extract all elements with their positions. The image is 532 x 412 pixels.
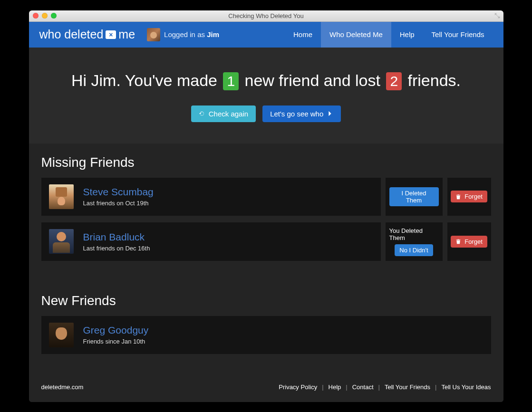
friend-forget-box: Forget <box>447 222 491 261</box>
friend-forget-box: Forget <box>447 178 491 216</box>
no-i-didnt-button[interactable]: No I Didn't <box>395 244 433 256</box>
forget-button[interactable]: Forget <box>451 191 487 202</box>
friend-name-link[interactable]: Steve Scumbag <box>83 186 154 198</box>
brand-text-1: who deleted <box>39 28 104 41</box>
friend-card: Steve Scumbag Last friends on Oct 19th <box>41 178 381 216</box>
friend-name-link[interactable]: Greg Goodguy <box>83 325 149 336</box>
login-text: Logged in as Jim <box>164 30 219 38</box>
deletion-status-text: You Deleted Them <box>389 227 439 241</box>
nav-help[interactable]: Help <box>391 22 423 48</box>
login-status: Logged in as Jim <box>147 28 219 41</box>
friend-card: Greg Goodguy Friends since Jan 10th <box>41 316 491 354</box>
hero-headline: Hi Jim. You've made 1 new friend and los… <box>43 71 489 90</box>
new-friends-count-badge: 1 <box>223 72 239 90</box>
friend-subtext: Friends since Jan 10th <box>83 338 149 345</box>
minimize-window-button[interactable] <box>42 13 48 19</box>
nav-tell-friends[interactable]: Tell Your Friends <box>423 22 493 48</box>
nav-home[interactable]: Home <box>285 22 321 48</box>
footer-privacy-link[interactable]: Privacy Policy <box>279 383 317 391</box>
missing-friend-row: Brian Badluck Last friends on Dec 16th Y… <box>41 222 491 261</box>
brand-x-icon: × <box>106 30 116 39</box>
trash-icon <box>455 194 461 200</box>
friend-action-box: You Deleted Them No I Didn't <box>386 222 443 261</box>
hero: Hi Jim. You've made 1 new friend and los… <box>29 48 503 144</box>
footer: deletedme.com Privacy Policy | Help | Co… <box>29 375 503 402</box>
nav-who-deleted-me[interactable]: Who Deleted Me <box>321 22 391 48</box>
friend-avatar[interactable] <box>49 184 74 209</box>
forget-button[interactable]: Forget <box>451 236 487 248</box>
friend-avatar[interactable] <box>49 229 74 254</box>
window-controls <box>33 13 57 19</box>
new-friends-title: New Friends <box>41 293 491 308</box>
new-friends-section: New Friends Greg Goodguy Friends since J… <box>29 282 503 375</box>
chevron-right-icon <box>327 110 333 117</box>
friend-action-box: I Deleted Them <box>386 178 443 216</box>
friend-avatar[interactable] <box>49 323 74 347</box>
brand-logo[interactable]: who deleted × me <box>39 28 135 41</box>
refresh-icon <box>199 110 205 117</box>
i-deleted-them-button[interactable]: I Deleted Them <box>389 187 439 206</box>
footer-help-link[interactable]: Help <box>329 383 341 391</box>
brand-text-2: me <box>118 28 135 41</box>
user-avatar[interactable] <box>147 28 160 41</box>
missing-friends-section: Missing Friends Steve Scumbag Last frien… <box>29 144 503 282</box>
missing-friends-title: Missing Friends <box>41 155 491 170</box>
lost-friends-count-badge: 2 <box>386 72 402 90</box>
footer-links: Privacy Policy | Help | Contact | Tell Y… <box>279 383 491 391</box>
window-title: Checking Who Deleted You <box>29 12 503 19</box>
footer-contact-link[interactable]: Contact <box>352 383 374 391</box>
app-window: Checking Who Deleted You who deleted × m… <box>29 10 503 402</box>
navbar: who deleted × me Logged in as Jim Home W… <box>29 22 503 48</box>
see-who-button[interactable]: Let's go see who <box>262 105 341 122</box>
new-friend-row: Greg Goodguy Friends since Jan 10th <box>41 316 491 354</box>
friend-name-link[interactable]: Brian Badluck <box>83 231 150 243</box>
footer-ideas-link[interactable]: Tell Us Your Ideas <box>441 383 491 391</box>
fullscreen-icon[interactable] <box>494 12 501 19</box>
friend-subtext: Last friends on Oct 19th <box>83 200 154 207</box>
zoom-window-button[interactable] <box>51 13 57 19</box>
titlebar: Checking Who Deleted You <box>29 10 503 22</box>
login-username: Jim <box>207 30 219 38</box>
missing-friend-row: Steve Scumbag Last friends on Oct 19th I… <box>41 178 491 216</box>
friend-subtext: Last friends on Dec 16th <box>83 245 150 252</box>
footer-tell-friends-link[interactable]: Tell Your Friends <box>385 383 430 391</box>
friend-card: Brian Badluck Last friends on Dec 16th <box>41 222 381 261</box>
close-window-button[interactable] <box>33 13 39 19</box>
check-again-button[interactable]: Check again <box>191 105 256 122</box>
trash-icon <box>455 239 461 244</box>
footer-domain: deletedme.com <box>41 383 84 391</box>
